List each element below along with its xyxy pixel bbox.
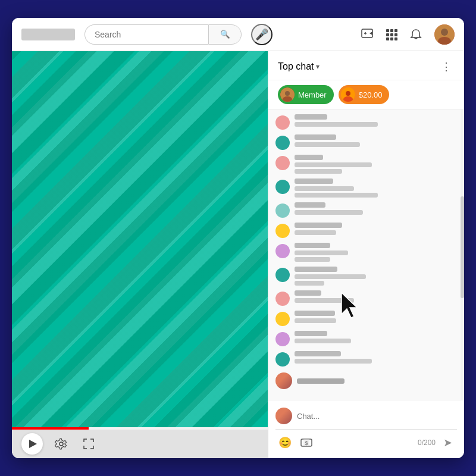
svg-rect-11 bbox=[390, 37, 393, 40]
chat-toolbar: 😊 $ 0/200 ➤ bbox=[275, 432, 457, 453]
chat-more-button[interactable]: ⋮ bbox=[438, 58, 455, 75]
user-avatar-small bbox=[275, 408, 292, 424]
message-text bbox=[295, 250, 348, 255]
search-input[interactable] bbox=[84, 24, 208, 45]
message-text bbox=[295, 274, 366, 279]
user-message-name bbox=[297, 378, 345, 384]
video-canvas[interactable] bbox=[12, 51, 268, 427]
message-avatar bbox=[275, 203, 290, 218]
emoji-button[interactable]: 😊 bbox=[275, 433, 295, 452]
message-name bbox=[295, 178, 333, 184]
svg-point-21 bbox=[346, 91, 350, 96]
chat-input-divider bbox=[275, 429, 457, 430]
message-text bbox=[295, 162, 372, 167]
chat-message[interactable] bbox=[268, 152, 464, 176]
message-avatar bbox=[275, 332, 290, 346]
message-name bbox=[295, 267, 337, 272]
svg-rect-5 bbox=[390, 29, 393, 32]
message-name bbox=[295, 202, 325, 208]
svg-rect-12 bbox=[394, 37, 397, 40]
message-text-2 bbox=[295, 169, 342, 174]
chat-message[interactable] bbox=[268, 264, 464, 288]
message-text bbox=[295, 318, 336, 323]
chat-title-text: Top chat bbox=[278, 61, 314, 72]
svg-rect-4 bbox=[386, 29, 389, 32]
message-avatar bbox=[275, 292, 290, 306]
notifications-button[interactable] bbox=[409, 28, 422, 41]
browser-window: 🔍 🎤 bbox=[12, 18, 464, 458]
message-name bbox=[295, 155, 323, 160]
search-button[interactable]: 🔍 bbox=[208, 24, 242, 45]
message-text bbox=[295, 339, 351, 343]
chat-message[interactable] bbox=[268, 349, 464, 369]
message-avatar bbox=[275, 224, 290, 238]
filter-superchat-chip[interactable]: $20.00 bbox=[339, 85, 390, 104]
message-text-2 bbox=[295, 281, 324, 286]
create-button[interactable] bbox=[361, 28, 374, 41]
superchat-avatar bbox=[341, 87, 355, 102]
message-text bbox=[295, 359, 372, 364]
svg-point-16 bbox=[60, 442, 63, 446]
message-content bbox=[295, 114, 457, 127]
send-button[interactable]: ➤ bbox=[438, 433, 457, 452]
chat-message[interactable] bbox=[268, 288, 464, 308]
chat-input[interactable] bbox=[297, 412, 457, 421]
chat-messages[interactable] bbox=[268, 109, 464, 400]
message-content bbox=[295, 134, 457, 147]
chat-message[interactable] bbox=[268, 176, 464, 200]
filter-member-chip[interactable]: Member bbox=[278, 85, 334, 104]
search-icon: 🔍 bbox=[220, 30, 230, 39]
progress-bar[interactable] bbox=[12, 427, 268, 430]
svg-point-14 bbox=[441, 29, 448, 36]
message-content bbox=[295, 267, 457, 286]
message-text bbox=[295, 186, 354, 191]
svg-point-18 bbox=[285, 91, 290, 96]
chat-message[interactable] bbox=[268, 240, 464, 264]
message-name bbox=[295, 223, 342, 228]
user-avatar[interactable] bbox=[434, 24, 455, 45]
more-icon: ⋮ bbox=[441, 60, 452, 73]
message-content bbox=[295, 202, 457, 215]
message-avatar bbox=[275, 312, 290, 326]
chat-message[interactable] bbox=[268, 132, 464, 152]
svg-marker-1 bbox=[369, 32, 372, 35]
chat-scrollbar-thumb[interactable] bbox=[461, 196, 464, 298]
search-container: 🔍 bbox=[84, 24, 242, 45]
emoji-icon: 😊 bbox=[278, 436, 292, 449]
progress-fill bbox=[12, 427, 89, 430]
chat-header: Top chat ▾ ⋮ bbox=[268, 51, 464, 80]
chat-scrollbar bbox=[461, 109, 464, 400]
chat-message[interactable] bbox=[268, 308, 464, 328]
mic-button[interactable]: 🎤 bbox=[251, 24, 273, 45]
content-area: Top chat ▾ ⋮ bbox=[12, 51, 464, 458]
svg-rect-7 bbox=[386, 33, 389, 36]
message-name bbox=[295, 243, 330, 248]
superchat-button[interactable]: $ bbox=[297, 433, 316, 452]
youtube-logo bbox=[21, 29, 75, 40]
message-avatar bbox=[275, 244, 290, 258]
play-button[interactable] bbox=[21, 433, 43, 455]
chat-message[interactable] bbox=[268, 220, 464, 240]
topbar-icons bbox=[361, 24, 455, 45]
video-stripe-dark bbox=[12, 51, 268, 427]
chat-message[interactable] bbox=[268, 328, 464, 349]
apps-button[interactable] bbox=[386, 29, 397, 40]
chat-message[interactable] bbox=[268, 112, 464, 132]
message-avatar bbox=[275, 136, 290, 150]
svg-rect-6 bbox=[394, 29, 397, 32]
chat-panel: Top chat ▾ ⋮ bbox=[268, 51, 464, 458]
message-name bbox=[295, 290, 321, 296]
video-panel bbox=[12, 51, 268, 458]
svg-rect-8 bbox=[390, 33, 393, 36]
chat-message[interactable] bbox=[268, 200, 464, 220]
message-name bbox=[295, 311, 335, 316]
message-name bbox=[295, 331, 327, 336]
member-avatar bbox=[280, 87, 295, 102]
fullscreen-button[interactable] bbox=[80, 435, 98, 453]
message-text bbox=[295, 210, 363, 215]
chat-dropdown-icon[interactable]: ▾ bbox=[316, 62, 320, 71]
chat-title: Top chat ▾ bbox=[278, 61, 320, 72]
settings-button[interactable] bbox=[52, 435, 70, 453]
message-content bbox=[295, 351, 457, 364]
char-count: 0/200 bbox=[418, 439, 436, 447]
